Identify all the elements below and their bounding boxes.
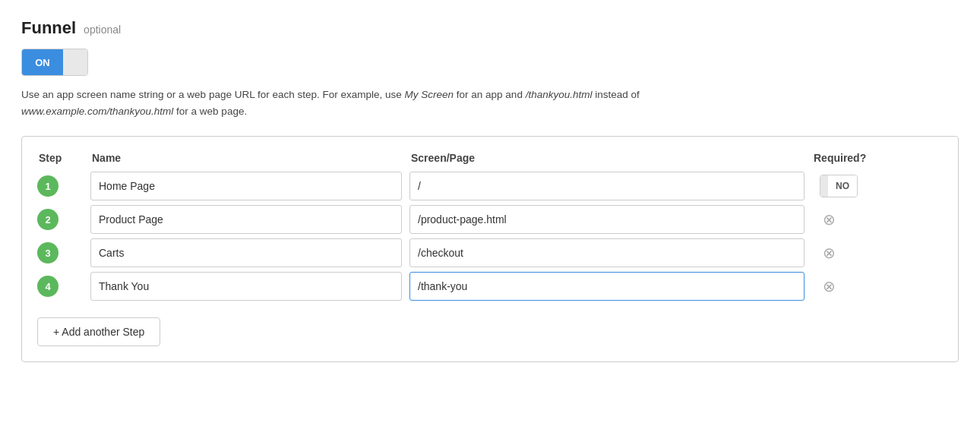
page-title: Funnel [21, 18, 76, 38]
description-text: Use an app screen name string or a web p… [21, 87, 705, 119]
col-required: Required? [814, 152, 905, 164]
step-cell: 3 [37, 242, 90, 263]
step-number-2: 2 [37, 209, 58, 230]
col-name: Name [92, 152, 411, 164]
funnel-toggle[interactable]: ON [21, 49, 88, 76]
screen-input-2[interactable] [409, 205, 805, 234]
required-cell-1: NO [812, 175, 858, 197]
optional-label: optional [84, 24, 121, 36]
name-input-1[interactable] [90, 172, 402, 200]
step-number-3: 3 [37, 242, 58, 263]
table-row: 1NO [37, 172, 943, 200]
rows-container: 1NO2⊗3⊗4⊗ [37, 172, 943, 301]
screen-input-1[interactable] [409, 172, 805, 200]
screen-input-4[interactable] [409, 272, 805, 301]
screen-input-3[interactable] [409, 238, 805, 267]
col-step: Step [39, 152, 92, 164]
remove-icon-4[interactable]: ⊗ [820, 277, 838, 295]
required-toggle[interactable]: NO [820, 175, 858, 197]
remove-icon-2[interactable]: ⊗ [820, 210, 838, 229]
step-number-1: 1 [37, 175, 58, 197]
required-cell-2: ⊗ [812, 210, 858, 229]
toggle-off-area [63, 49, 87, 75]
step-cell: 4 [37, 276, 90, 297]
table-row: 4⊗ [37, 272, 943, 301]
required-cell-4: ⊗ [812, 277, 858, 295]
table-header: Step Name Screen/Page Required? [37, 152, 943, 164]
step-cell: 2 [37, 209, 90, 230]
step-cell: 1 [37, 175, 90, 197]
remove-icon-3[interactable]: ⊗ [820, 244, 838, 262]
name-input-3[interactable] [90, 238, 402, 267]
funnel-table: Step Name Screen/Page Required? 1NO2⊗3⊗4… [21, 136, 959, 362]
toggle-on-label: ON [22, 49, 63, 75]
name-input-2[interactable] [90, 205, 402, 234]
step-number-4: 4 [37, 276, 58, 297]
name-input-4[interactable] [90, 272, 402, 301]
toggle-container: ON [21, 49, 959, 76]
req-toggle-no: NO [828, 175, 857, 197]
add-step-button[interactable]: + Add another Step [37, 317, 160, 346]
table-row: 2⊗ [37, 205, 943, 234]
table-row: 3⊗ [37, 238, 943, 267]
col-screen-page: Screen/Page [411, 152, 814, 164]
req-toggle-off [820, 175, 828, 197]
required-cell-3: ⊗ [812, 244, 858, 262]
page-header: Funnel optional [21, 18, 959, 38]
